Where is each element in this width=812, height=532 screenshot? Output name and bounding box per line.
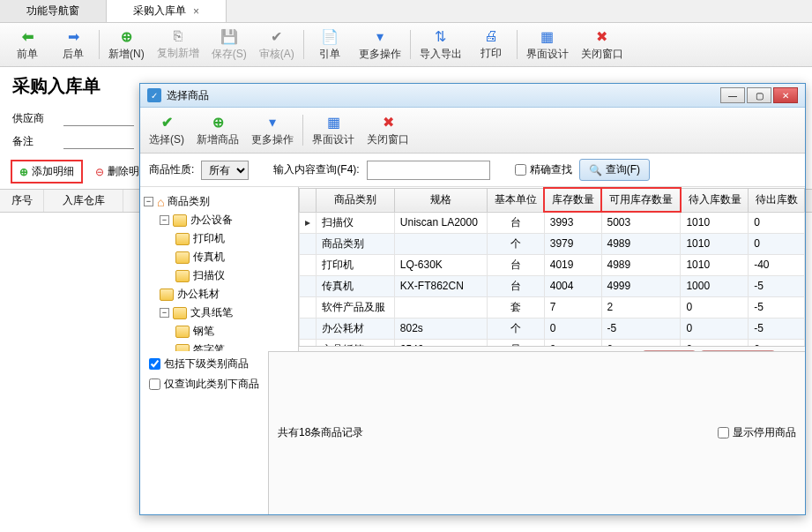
- collapse-icon[interactable]: −: [160, 308, 169, 318]
- more-button[interactable]: ▾更多操作: [354, 26, 406, 63]
- close-icon[interactable]: ×: [193, 5, 199, 18]
- table-row[interactable]: 商品类别个3979498910100: [300, 233, 805, 254]
- tree-options: 包括下级类别商品 仅查询此类别下商品: [140, 351, 269, 515]
- tab-doc-label: 采购入库单: [133, 4, 186, 19]
- table-row[interactable]: 办公耗材802s个0-50-5: [300, 318, 805, 339]
- col-stock[interactable]: 库存数量: [544, 188, 601, 212]
- tab-nav[interactable]: 功能导航窗: [0, 0, 107, 22]
- collapse-icon[interactable]: −: [144, 197, 153, 206]
- nature-label: 商品性质:: [149, 162, 194, 177]
- add-detail-button[interactable]: ⊕添加明细: [11, 160, 83, 184]
- home-icon: ⌂: [157, 195, 164, 209]
- save-button[interactable]: 💾保存(S): [206, 26, 252, 63]
- dlg-design-button[interactable]: ▦界面设计: [307, 111, 360, 149]
- plus-icon: ⊕: [117, 28, 135, 45]
- dlg-close-button[interactable]: ✖关闭窗口: [361, 111, 414, 149]
- ref-button[interactable]: 📄引单: [308, 26, 352, 63]
- close-icon: ✖: [379, 113, 397, 131]
- col-in[interactable]: 待入库数量: [681, 188, 749, 212]
- disk-icon: 💾: [220, 28, 238, 45]
- table-row[interactable]: 软件产品及服套720-5: [300, 296, 805, 318]
- close-button[interactable]: ✕: [773, 87, 798, 103]
- print-button[interactable]: 🖨打印: [469, 26, 513, 63]
- dialog-titlebar[interactable]: ✓ 选择商品 — ▢ ✕: [140, 84, 805, 108]
- maximize-button[interactable]: ▢: [747, 87, 771, 103]
- search-label: 输入内容查询(F4):: [273, 162, 359, 177]
- include-sub-check[interactable]: 包括下级类别商品: [149, 356, 259, 371]
- only-this-check[interactable]: 仅查询此类别下商品: [149, 377, 259, 392]
- filter-bar: 商品性质: 所有 输入内容查询(F4): 精确查找 🔍查询(F): [140, 154, 805, 187]
- supplier-label: 供应商: [12, 111, 56, 126]
- copy-icon: ⎘: [169, 28, 187, 44]
- exact-check[interactable]: 精确查找: [515, 162, 572, 177]
- close-window-button[interactable]: ✖关闭窗口: [576, 26, 629, 63]
- delete-detail-button[interactable]: ⊖删除明: [88, 160, 146, 184]
- table-row[interactable]: 打印机LQ-630K台401949891010-40: [300, 254, 805, 275]
- show-stopped-check[interactable]: 显示停用商品: [718, 425, 796, 440]
- new-product-button[interactable]: ⊕新增商品: [191, 111, 244, 149]
- collapse-icon[interactable]: −: [160, 215, 169, 225]
- folder-icon: [175, 344, 190, 351]
- supplier-input[interactable]: [63, 110, 134, 126]
- design-button[interactable]: ▦界面设计: [521, 26, 574, 63]
- col-spec[interactable]: 规格: [394, 188, 488, 212]
- check-icon: ✔: [158, 113, 175, 131]
- nature-select[interactable]: 所有: [201, 161, 249, 180]
- import-export-icon: ⇅: [432, 28, 450, 45]
- print-label: 打印: [480, 46, 502, 61]
- ref-icon: 📄: [321, 28, 339, 45]
- category-tree: −⌂商品类别 −办公设备 打印机 传真机 扫描仪 办公耗材 −文具纸笔 钢笔 签…: [140, 187, 299, 351]
- design-label: 界面设计: [526, 47, 569, 62]
- folder-icon: [160, 288, 174, 301]
- save-label: 保存(S): [212, 47, 247, 62]
- remark-input[interactable]: [63, 133, 134, 149]
- tree-node-scanner[interactable]: 扫描仪: [175, 266, 294, 285]
- copy-new-button[interactable]: ⎘复制新增: [152, 26, 205, 63]
- printer-icon: 🖨: [482, 28, 500, 44]
- select-button[interactable]: ✔选择(S): [144, 111, 190, 149]
- table-row[interactable]: 文具纸笔6546只0000: [300, 339, 805, 346]
- table-row[interactable]: ▸扫描仪Uniscan LA2000台3993500310100: [300, 212, 805, 233]
- prev-label: 前单: [17, 47, 38, 62]
- col-unit[interactable]: 基本单位: [488, 188, 544, 212]
- tree-node-office-equip[interactable]: −办公设备: [160, 211, 294, 229]
- folder-icon: [175, 251, 190, 264]
- tree-node-fax[interactable]: 传真机: [175, 248, 294, 266]
- ref-label: 引单: [319, 47, 340, 62]
- close-icon: ✖: [593, 28, 611, 45]
- io-button[interactable]: ⇅导入导出: [414, 26, 467, 63]
- minimize-button[interactable]: —: [720, 87, 745, 103]
- app-icon: ✓: [147, 88, 161, 102]
- tab-doc[interactable]: 采购入库单 ×: [107, 0, 227, 22]
- select-product-dialog: ✓ 选择商品 — ▢ ✕ ✔选择(S) ⊕新增商品 ▾更多操作 ▦界面设计 ✖关…: [139, 83, 806, 515]
- folder-icon: [173, 307, 187, 319]
- folder-icon: [175, 233, 190, 245]
- dlg-more-button[interactable]: ▾更多操作: [246, 111, 299, 149]
- tree-node-pen[interactable]: 钢笔: [175, 322, 294, 341]
- query-button[interactable]: 🔍查询(F): [579, 159, 650, 181]
- col-out[interactable]: 待出库数: [749, 188, 805, 212]
- col-category[interactable]: 商品类别: [317, 188, 395, 212]
- exact-checkbox[interactable]: [515, 164, 526, 176]
- tree-node-signpen[interactable]: 签字笔: [175, 341, 294, 351]
- remark-label: 备注: [12, 134, 56, 149]
- col-avail[interactable]: 可用库存数量: [601, 188, 681, 212]
- tree-node-printer[interactable]: 打印机: [175, 229, 294, 248]
- table-row[interactable]: 传真机KX-FT862CN台400449991000-5: [300, 275, 805, 296]
- main-toolbar: ⬅前单 ➡后单 ⊕新增(N) ⎘复制新增 💾保存(S) ✔审核(A) 📄引单 ▾…: [0, 23, 812, 67]
- audit-button[interactable]: ✔审核(A): [254, 26, 300, 63]
- folder-icon: [173, 214, 187, 227]
- product-grid[interactable]: 商品类别 规格 基本单位 库存数量 可用库存数量 待入库数量 待出库数 ▸扫描仪…: [299, 187, 805, 346]
- dialog-toolbar: ✔选择(S) ⊕新增商品 ▾更多操作 ▦界面设计 ✖关闭窗口: [140, 108, 805, 154]
- next-button[interactable]: ➡后单: [51, 26, 95, 63]
- prev-button[interactable]: ⬅前单: [5, 26, 49, 63]
- layout-icon: ▦: [324, 113, 342, 131]
- tree-node-stationery[interactable]: −文具纸笔: [160, 303, 294, 322]
- search-input[interactable]: [367, 161, 490, 180]
- tree-node-supplies[interactable]: 办公耗材: [160, 285, 294, 303]
- io-label: 导入导出: [420, 47, 462, 62]
- new-button[interactable]: ⊕新增(N): [103, 26, 150, 63]
- tree-root[interactable]: −⌂商品类别: [144, 192, 294, 211]
- minus-icon: ⊖: [95, 166, 104, 178]
- col-warehouse: 入库仓库: [44, 190, 123, 212]
